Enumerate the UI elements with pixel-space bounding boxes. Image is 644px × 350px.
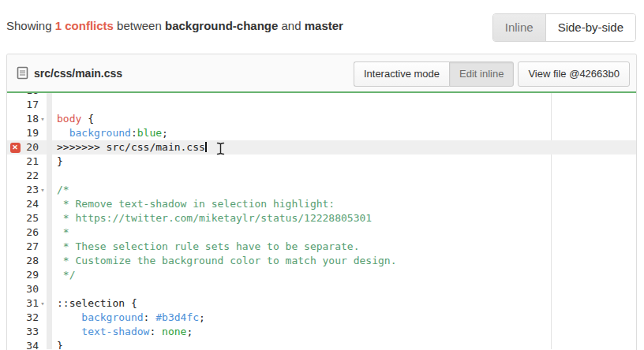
conflict-error-icon: ✕ <box>10 143 21 153</box>
file-path-label: src/css/main.css <box>34 67 122 80</box>
code-line-row: 27 * These selection rule sets have to b… <box>7 240 636 254</box>
code-line[interactable] <box>52 169 57 183</box>
code-line-row: 28 * Customize the background color to m… <box>7 254 636 268</box>
code-line[interactable]: background: #b3d4fc; <box>52 311 205 325</box>
fold-arrow-icon[interactable]: ▾ <box>39 296 47 311</box>
line-number[interactable]: 34 <box>23 339 39 349</box>
code-rows: 161718▾body {19 background:blue;✕20>>>>>… <box>7 93 636 349</box>
edit-inline-button[interactable]: Edit inline <box>449 61 514 87</box>
summary-showing: Showing <box>6 19 52 32</box>
gutter-divider <box>47 339 52 349</box>
line-number[interactable]: 22 <box>23 169 39 183</box>
line-number[interactable]: 26 <box>23 225 39 240</box>
gutter-divider <box>47 225 52 240</box>
code-line[interactable]: * Customize the background color to matc… <box>52 254 396 268</box>
code-line[interactable]: body { <box>52 112 94 126</box>
interactive-mode-button[interactable]: Interactive mode <box>354 61 449 87</box>
summary-between: between <box>117 19 162 32</box>
fold-gutter-cell <box>39 282 47 296</box>
fold-gutter-cell <box>39 254 47 268</box>
line-number[interactable]: 21 <box>23 155 39 169</box>
code-line[interactable]: >>>>>>> src/css/main.css <box>52 140 207 155</box>
gutter-marker-cell <box>7 211 23 225</box>
fold-gutter-cell <box>39 140 47 155</box>
side-by-side-view-button[interactable]: Side-by-side <box>546 14 635 41</box>
fold-gutter-cell <box>39 211 47 225</box>
line-number[interactable]: 19 <box>23 126 39 140</box>
gutter-marker-cell <box>7 169 23 183</box>
fold-arrow-icon[interactable]: ▾ <box>39 112 47 126</box>
fold-gutter-cell <box>39 155 47 169</box>
conflict-resolver-page: Showing 1 conflicts between background-c… <box>0 0 644 350</box>
line-number[interactable]: 31 <box>23 296 39 311</box>
line-number[interactable]: 25 <box>23 211 39 225</box>
code-line[interactable]: } <box>52 155 63 169</box>
line-number[interactable]: 18 <box>23 112 39 126</box>
code-line[interactable]: * <box>52 225 69 240</box>
line-number[interactable]: 33 <box>23 325 39 339</box>
code-line[interactable]: } <box>52 339 63 349</box>
gutter-marker-cell <box>7 126 23 140</box>
gutter-divider <box>47 268 52 282</box>
conflict-count: 1 conflicts <box>55 19 114 32</box>
code-line-row: 32 background: #b3d4fc; <box>7 311 636 325</box>
code-line[interactable] <box>52 98 57 112</box>
code-line[interactable]: * These selection rule sets have to be s… <box>52 240 360 254</box>
view-file-button[interactable]: View file @42663b0 <box>518 61 630 87</box>
line-number[interactable]: 32 <box>23 311 39 325</box>
gutter-marker-cell <box>7 311 23 325</box>
fold-gutter-cell <box>39 197 47 211</box>
gutter-divider <box>47 282 52 296</box>
branch-name-right: master <box>305 19 343 32</box>
line-number[interactable]: 24 <box>23 197 39 211</box>
code-line-row: 21} <box>7 155 636 169</box>
code-line-row: 33 text-shadow: none; <box>7 325 636 339</box>
edit-mode-button-group: Interactive mode Edit inline <box>354 61 514 87</box>
fold-gutter-cell <box>39 268 47 282</box>
code-line[interactable]: /* <box>52 183 69 197</box>
line-number[interactable]: 27 <box>23 240 39 254</box>
fold-arrow-icon[interactable]: ▾ <box>39 183 47 197</box>
gutter-divider <box>47 112 52 126</box>
gutter-divider <box>47 155 52 169</box>
code-line-row: 17 <box>7 98 636 112</box>
code-line-row: 26 * <box>7 225 636 240</box>
line-number[interactable]: 30 <box>23 282 39 296</box>
code-line[interactable]: ::selection { <box>52 296 137 311</box>
gutter-divider <box>47 311 52 325</box>
text-caret <box>205 142 207 152</box>
line-number[interactable]: 23 <box>23 183 39 197</box>
fold-gutter-cell <box>39 325 47 339</box>
fold-gutter-cell <box>39 311 47 325</box>
code-line[interactable]: * https://twitter.com/miketaylr/status/1… <box>52 211 372 225</box>
code-editor[interactable]: 161718▾body {19 background:blue;✕20>>>>>… <box>7 93 636 349</box>
line-number[interactable]: 29 <box>23 268 39 282</box>
code-line[interactable] <box>52 282 57 296</box>
fold-gutter-cell <box>39 225 47 240</box>
line-number[interactable]: 17 <box>23 98 39 112</box>
conflict-summary: Showing 1 conflicts between background-c… <box>6 19 343 32</box>
line-number[interactable]: 20 <box>23 140 39 155</box>
inline-view-button[interactable]: Inline <box>493 14 546 41</box>
gutter-marker-cell <box>7 112 23 126</box>
gutter-divider <box>47 98 52 112</box>
fold-gutter-cell <box>39 339 47 349</box>
file-panel-header: src/css/main.css Interactive mode Edit i… <box>7 54 636 93</box>
code-line[interactable]: */ <box>52 268 75 282</box>
gutter-marker-cell <box>7 254 23 268</box>
gutter-marker-cell <box>7 339 23 349</box>
gutter-divider <box>47 197 52 211</box>
branch-name-left: background-change <box>165 19 278 32</box>
gutter-marker-cell <box>7 197 23 211</box>
gutter-divider <box>47 296 52 311</box>
code-line-row: 34} <box>7 339 636 349</box>
gutter-marker-cell: ✕ <box>7 140 23 155</box>
code-line-row: ✕20>>>>>>> src/css/main.css <box>7 140 636 155</box>
line-number[interactable]: 28 <box>23 254 39 268</box>
code-line[interactable]: text-shadow: none; <box>52 325 193 339</box>
gutter-marker-cell <box>7 282 23 296</box>
code-line[interactable]: background:blue; <box>52 126 168 140</box>
code-line[interactable]: * Remove text-shadow in selection highli… <box>52 197 335 211</box>
ibeam-cursor <box>216 142 225 155</box>
gutter-marker-cell <box>7 268 23 282</box>
